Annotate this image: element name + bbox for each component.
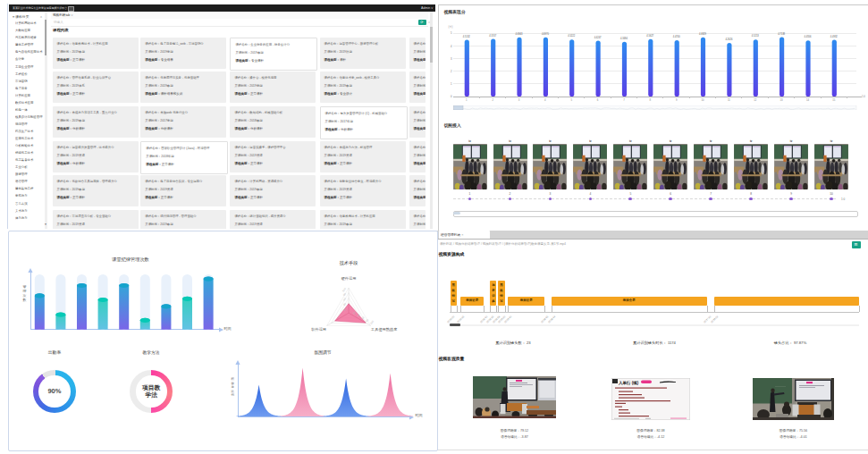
svg-text:40: 40 — [342, 302, 347, 307]
svg-text:100: 100 — [369, 319, 375, 325]
svg-text:100: 100 — [341, 287, 347, 293]
svg-text:60: 60 — [342, 297, 347, 301]
svg-text:80: 80 — [365, 318, 369, 323]
